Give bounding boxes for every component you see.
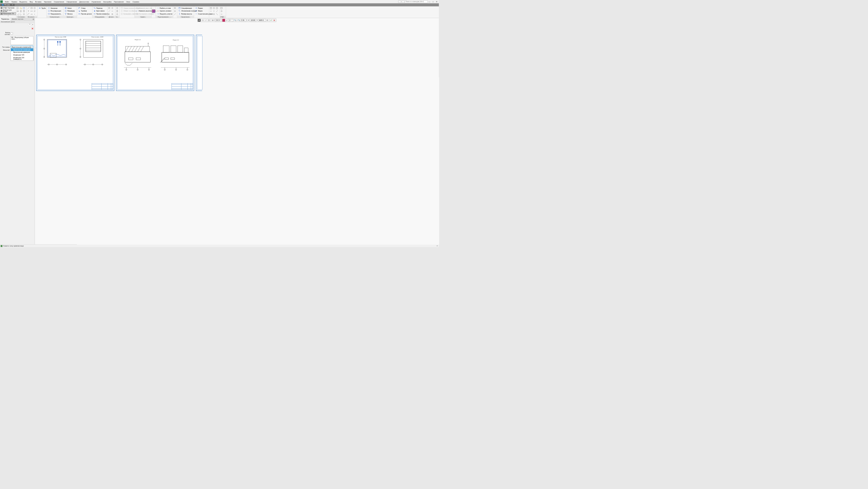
- trail-8-icon[interactable]: [213, 13, 215, 16]
- vessel-1-icon[interactable]: [116, 7, 119, 9]
- detail-5-icon[interactable]: [108, 13, 111, 16]
- point-icon[interactable]: [33, 13, 36, 16]
- menu-help[interactable]: Справка: [131, 0, 141, 3]
- reservoir-button[interactable]: Резервуар: [64, 10, 75, 12]
- ribbon-group-service-label[interactable]: Сервис: [135, 16, 151, 18]
- systems-listbox[interactable]: В0 - Водопровод (общее назн...: [10, 36, 33, 45]
- system-picker-icon[interactable]: [10, 33, 13, 35]
- cancel-icon[interactable]: ✕: [273, 19, 276, 22]
- ribbon-group-system-label[interactable]: Системная: [16, 16, 27, 18]
- ribbon-group-fittings-label[interactable]: Арматура: [63, 16, 77, 18]
- status-close-icon[interactable]: ✕: [436, 245, 438, 247]
- trail-1-icon[interactable]: [210, 7, 212, 9]
- edit-ico-2-icon[interactable]: [174, 10, 176, 12]
- trail-3-icon[interactable]: [216, 7, 218, 9]
- elbow-button[interactable]: Отвод: [78, 7, 92, 9]
- save-icon[interactable]: [23, 7, 25, 9]
- step-combo[interactable]: 1▾: [228, 19, 233, 22]
- y-coord-value[interactable]: 6695.0...: [258, 19, 266, 22]
- accept-icon[interactable]: [270, 19, 273, 22]
- trail-9-icon[interactable]: [216, 13, 218, 16]
- detail-1-icon[interactable]: [108, 7, 111, 9]
- detail-6-icon[interactable]: [111, 13, 114, 16]
- print-icon[interactable]: [17, 10, 19, 12]
- ribbon-group-details-label[interactable]: Детали: [107, 16, 116, 18]
- trail-4-icon[interactable]: [210, 10, 212, 12]
- arc-icon[interactable]: [27, 13, 30, 16]
- ribbon-group-edit-label[interactable]: Редактирование к...: [156, 16, 173, 18]
- menu-draw[interactable]: Черчение: [42, 0, 53, 3]
- trail-2-icon[interactable]: [213, 7, 215, 9]
- close-button[interactable]: ✕: [435, 1, 438, 3]
- dropdown-item-frontal-iso[interactable]: Фронтальная изометрия: [11, 49, 33, 51]
- snap-3-icon[interactable]: [208, 19, 210, 22]
- ribbon-group-vessel-label[interactable]: Сосуд...: [116, 16, 119, 18]
- line-icon[interactable]: [27, 7, 30, 9]
- sheet-sections[interactable]: Разрез 1-1 Разрез 2-2: [116, 35, 194, 91]
- text-icon[interactable]: T: [27, 10, 30, 12]
- menu-view[interactable]: Вид: [29, 0, 34, 3]
- menu-apps[interactable]: Приложения: [113, 0, 125, 3]
- pen-icon[interactable]: [198, 19, 200, 22]
- sheet-plans[interactable]: План на отм. 0.000 План на отм. +5.000: [36, 35, 114, 91]
- ribbon-group-aux-label[interactable]: Вспомогат...: [27, 16, 37, 18]
- menu-select[interactable]: Выделить: [19, 0, 29, 3]
- vessel-3-icon[interactable]: [116, 13, 119, 16]
- spds-3-icon[interactable]: [220, 13, 223, 16]
- ribbon-group-comm-label[interactable]: Коммуникация: [47, 16, 63, 18]
- hatch-icon[interactable]: [33, 10, 36, 12]
- open-icon[interactable]: [20, 7, 22, 9]
- dropdown-item-iso-yzx[interactable]: Изометрия YZX: [11, 54, 33, 56]
- grid-icon[interactable]: [211, 19, 214, 22]
- list-mode-icon[interactable]: ≡: [32, 23, 34, 26]
- menu-file[interactable]: Файл: [4, 0, 10, 3]
- ribbon-group-equip-label[interactable]: Оборудование: [92, 16, 107, 18]
- document-tab[interactable]: TX.cdw ✕: [0, 4, 14, 6]
- detail-2-icon[interactable]: [111, 7, 114, 9]
- menu-constraints[interactable]: Ограничения: [53, 0, 65, 3]
- paste-icon[interactable]: [23, 10, 25, 12]
- zoom-value[interactable]: 0.30...: [241, 19, 246, 22]
- spds-1-icon[interactable]: [220, 7, 223, 9]
- maximize-button[interactable]: □: [431, 1, 435, 3]
- ribbon-group-layout-label[interactable]: Оформление: [177, 16, 194, 18]
- trail-5-icon[interactable]: [213, 10, 215, 12]
- menu-settings[interactable]: Настройка: [102, 0, 113, 3]
- edit-ico-3-icon[interactable]: [174, 13, 176, 16]
- layer-combo[interactable]: СК 0▾: [215, 19, 221, 22]
- split-at-point-button[interactable]: Разбить в точке: [156, 7, 173, 9]
- menu-format[interactable]: Оформление: [65, 0, 79, 3]
- valve-shutoff-button[interactable]: Запорная: [47, 7, 63, 9]
- undo-icon[interactable]: [17, 13, 19, 16]
- x-coord-value[interactable]: -22193.: [250, 19, 256, 22]
- dim-icon[interactable]: [30, 10, 33, 12]
- valve-regulating-button[interactable]: Регулирующая: [47, 10, 63, 12]
- spline-icon[interactable]: [30, 13, 33, 16]
- new-icon[interactable]: [17, 7, 19, 9]
- other-elements-button[interactable]: Прочие элементы: [93, 12, 110, 15]
- filter-button[interactable]: Фильтр: [64, 12, 75, 15]
- detail-3-icon[interactable]: [108, 10, 111, 12]
- help-icon[interactable]: ?: [29, 23, 31, 26]
- edit-ico-1-icon[interactable]: [174, 7, 176, 9]
- ribbon-mode-tech[interactable]: Технология: TX: [0, 12, 16, 15]
- sidepanel-tab-tree[interactable]: Дерево чертежа: [11, 18, 25, 21]
- menu-manage[interactable]: Управление: [90, 0, 102, 3]
- menu-insert[interactable]: Вставка: [34, 0, 43, 3]
- transition-button[interactable]: Переход: [93, 7, 110, 9]
- step-icon[interactable]: [225, 19, 228, 22]
- sidepanel-tab-params[interactable]: Параметры: [0, 18, 11, 21]
- spds-2-icon[interactable]: [220, 10, 223, 12]
- drawing-canvas[interactable]: ▾ ▾ СК 0▾ 1▾ 🔍▾ 🔍 0.30...▾ X -22193. Y: [35, 18, 439, 244]
- props-icon[interactable]: [23, 13, 25, 16]
- layout-toggle-1-icon[interactable]: [398, 1, 401, 3]
- ribbon-mode-more-icon[interactable]: ▾: [0, 15, 16, 17]
- extend-segments-button[interactable]: Продлить участки: [156, 12, 173, 15]
- menu-window[interactable]: Окно: [125, 0, 131, 3]
- ribbon-mode-arch[interactable]: Архитектура: AC/AP: [0, 9, 16, 12]
- command-search-input[interactable]: [405, 0, 428, 3]
- document-tab-close-icon[interactable]: ✕: [12, 4, 13, 6]
- list-item[interactable]: В0 - Водопровод (общее назн...: [11, 36, 33, 40]
- axonometry-icon[interactable]: [152, 9, 155, 13]
- scheme-type-combo[interactable]: Фронтальная изометрия ▾: [10, 46, 33, 48]
